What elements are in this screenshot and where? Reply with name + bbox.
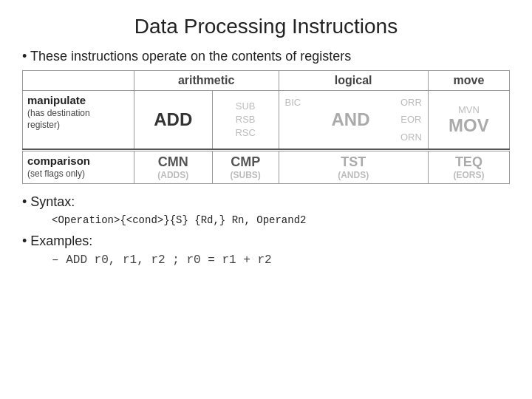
page-title: Data Processing Instructions	[22, 15, 510, 38]
cmp-op: CMP	[219, 154, 273, 170]
cmp-cell: CMP (SUBS)	[212, 151, 279, 183]
move-cell: MVN MOV	[428, 91, 509, 150]
bullet1-section: • These instructions operate on the cont…	[22, 49, 510, 64]
tst-op: TST	[285, 154, 422, 170]
syntax-code: <Operation>{<cond>}{S} {Rd,} Rn, Operand…	[52, 214, 510, 226]
cmn-op: CMN	[140, 154, 206, 170]
sub-op: SUBRSBRSC	[219, 100, 273, 140]
logical-and-cell: BIC AND ORREORORN	[279, 91, 428, 150]
manipulate-label: manipulate (has destinationregister)	[23, 91, 134, 150]
cmn-alias: (ADDS)	[140, 170, 206, 180]
syntax-label: • Syntax:	[22, 194, 510, 210]
add-op: ADD	[140, 109, 206, 130]
comparison-row: comparison (set flags only) CMN (ADDS) C…	[23, 151, 510, 183]
mvn-op: MVN	[458, 104, 480, 115]
examples-label: • Examples:	[22, 233, 510, 249]
dp-table: arithmetic logical move manipulate (has …	[22, 70, 510, 184]
teq-op: TEQ	[434, 154, 503, 170]
comparison-sublabel: (set flags only)	[27, 168, 85, 179]
cmn-cell: CMN (ADDS)	[134, 151, 212, 183]
orr-eor-orn-op: ORREORORN	[400, 94, 422, 146]
manipulate-row: manipulate (has destinationregister) ADD…	[23, 91, 510, 150]
comparison-title: comparison	[27, 154, 90, 167]
teq-alias: (EORS)	[434, 170, 503, 180]
manipulate-title: manipulate	[27, 94, 86, 106]
col-header-arithmetic: arithmetic	[134, 71, 279, 91]
bic-op: BIC	[285, 94, 301, 146]
teq-cell: TEQ (EORS)	[428, 151, 509, 183]
cmp-alias: (SUBS)	[219, 170, 273, 180]
col-header-move: move	[428, 71, 509, 91]
syntax-section: • Syntax: <Operation>{<cond>}{S} {Rd,} R…	[22, 194, 510, 226]
bullet1-content: These instructions operate on the conten…	[30, 49, 351, 64]
comparison-label-cell: comparison (set flags only)	[23, 151, 134, 183]
tst-cell: TST (ANDS)	[279, 151, 428, 183]
manipulate-sublabel: (has destinationregister)	[27, 108, 90, 130]
mov-op: MOV	[449, 115, 489, 136]
arith-add-cell: ADD	[134, 91, 212, 150]
and-op: AND	[332, 109, 370, 130]
examples-code: – ADD r0, r1, r2 ; r0 = r1 + r2	[52, 253, 510, 267]
tst-alias: (ANDS)	[285, 170, 422, 180]
bullet1-text: • These instructions operate on the cont…	[22, 49, 510, 64]
arith-sub-cell: SUBRSBRSC	[212, 91, 279, 150]
examples-section: • Examples: – ADD r0, r1, r2 ; r0 = r1 +…	[22, 233, 510, 267]
col-header-logical: logical	[279, 71, 428, 91]
